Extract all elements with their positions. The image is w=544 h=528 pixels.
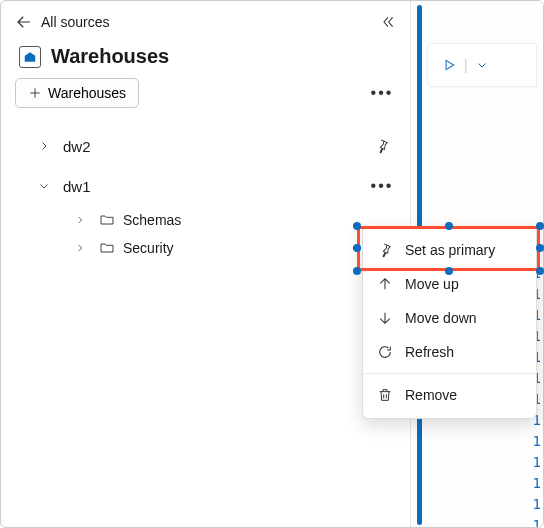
tree-item-label: dw2 — [63, 138, 91, 155]
annotation-handle — [536, 222, 544, 230]
chevron-down-icon — [476, 59, 488, 71]
chevron-right-icon — [35, 140, 53, 152]
run-toolbar: | — [427, 43, 537, 87]
pin-button[interactable] — [368, 132, 396, 160]
annotation-handle — [353, 222, 361, 230]
play-icon — [442, 58, 456, 72]
folder-icon — [99, 212, 115, 228]
tree-item-label: dw1 — [63, 178, 91, 195]
folder-icon — [99, 240, 115, 256]
more-horizontal-icon: ••• — [371, 177, 394, 195]
add-row: Warehouses ••• — [1, 78, 410, 116]
add-button-label: Warehouses — [48, 85, 126, 101]
refresh-icon — [377, 344, 393, 360]
pin-icon — [374, 138, 390, 154]
chevron-right-icon — [71, 243, 89, 253]
tree-children: Schemas Security — [1, 206, 410, 262]
tree-item-schemas[interactable]: Schemas — [1, 206, 410, 234]
menu-label: Set as primary — [405, 242, 495, 258]
add-warehouse-button[interactable]: Warehouses — [15, 78, 139, 108]
menu-refresh[interactable]: Refresh — [363, 335, 536, 369]
tree-item-security[interactable]: Security — [1, 234, 410, 262]
add-row-more-button[interactable]: ••• — [368, 79, 396, 107]
menu-remove[interactable]: Remove — [363, 378, 536, 412]
annotation-handle — [445, 267, 453, 275]
tree: dw2 dw1 ••• — [1, 116, 410, 272]
back-button[interactable]: All sources — [11, 9, 113, 35]
warehouse-icon — [19, 46, 41, 68]
collapse-panel-button[interactable] — [376, 10, 400, 34]
arrow-up-icon — [377, 276, 393, 292]
annotation-handle — [536, 267, 544, 275]
tree-item-label: Security — [123, 240, 174, 256]
annotation-handle — [445, 222, 453, 230]
more-horizontal-icon: ••• — [371, 84, 394, 102]
menu-label: Move up — [405, 276, 459, 292]
arrow-left-icon — [15, 13, 33, 31]
menu-label: Remove — [405, 387, 457, 403]
tree-item-more-button[interactable]: ••• — [368, 172, 396, 200]
page-title: Warehouses — [51, 45, 169, 68]
annotation-handle — [353, 244, 361, 252]
sidebar: All sources Warehouses Warehouses — [1, 1, 411, 527]
menu-separator — [363, 373, 536, 374]
menu-label: Refresh — [405, 344, 454, 360]
annotation-handle — [353, 267, 361, 275]
tree-item-dw2[interactable]: dw2 — [1, 126, 410, 166]
trash-icon — [377, 387, 393, 403]
chevron-down-icon — [35, 180, 53, 192]
plus-icon — [28, 86, 42, 100]
chevron-double-left-icon — [380, 14, 396, 30]
sources-header: Warehouses — [1, 39, 410, 78]
menu-set-as-primary[interactable]: Set as primary — [363, 233, 536, 267]
menu-label: Move down — [405, 310, 477, 326]
tree-item-dw1[interactable]: dw1 ••• — [1, 166, 410, 206]
annotation-handle — [536, 244, 544, 252]
context-menu: Set as primary Move up Move down Refresh… — [362, 226, 537, 419]
arrow-down-icon — [377, 310, 393, 326]
tree-item-label: Schemas — [123, 212, 181, 228]
divider: | — [464, 57, 468, 73]
pin-icon — [377, 242, 393, 258]
run-button[interactable] — [442, 58, 456, 72]
run-dropdown-button[interactable] — [476, 59, 488, 71]
topbar: All sources — [1, 9, 410, 39]
menu-move-down[interactable]: Move down — [363, 301, 536, 335]
chevron-right-icon — [71, 215, 89, 225]
back-label: All sources — [41, 14, 109, 30]
